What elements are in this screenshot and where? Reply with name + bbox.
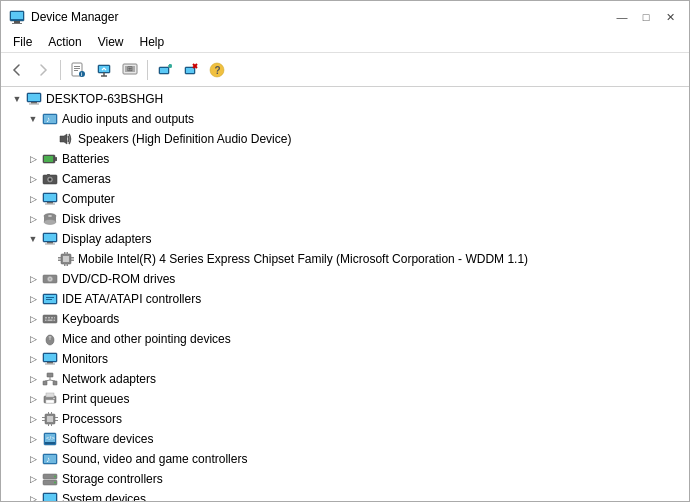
svg-rect-92 — [46, 400, 54, 403]
tree-item-software[interactable]: ▷ </> Software devices — [1, 429, 689, 449]
maximize-button[interactable]: □ — [635, 6, 657, 28]
processor-icon — [42, 411, 58, 427]
expand-print[interactable]: ▷ — [25, 391, 41, 407]
device-tree[interactable]: ▼ DESKTOP-63BSHGH ▼ ♪ — [1, 87, 689, 501]
expand-speakers[interactable]: ▷ — [41, 131, 57, 147]
tree-item-network[interactable]: ▷ Network adapters — [1, 369, 689, 389]
tree-item-batteries[interactable]: ▷ Batteries — [1, 149, 689, 169]
svg-rect-1 — [14, 21, 20, 23]
menu-file[interactable]: File — [5, 33, 40, 51]
svg-rect-68 — [46, 299, 52, 300]
properties-button[interactable]: i — [66, 58, 90, 82]
svg-rect-5 — [74, 66, 80, 67]
svg-rect-67 — [46, 297, 54, 298]
uninstall-button[interactable] — [179, 58, 203, 82]
expand-ide[interactable]: ▷ — [25, 291, 41, 307]
toolbar-separator-1 — [60, 60, 61, 80]
svg-rect-85 — [43, 381, 47, 385]
expand-system[interactable]: ▷ — [25, 491, 41, 501]
tree-item-cameras[interactable]: ▷ Cameras — [1, 169, 689, 189]
tree-item-keyboards[interactable]: ▷ Keyboards — [1, 309, 689, 329]
software-icon: </> — [42, 431, 58, 447]
monitors-label: Monitors — [62, 352, 108, 366]
close-button[interactable]: ✕ — [659, 6, 681, 28]
svg-rect-43 — [45, 204, 55, 205]
tree-item-dvd[interactable]: ▷ DVD/CD-ROM drives — [1, 269, 689, 289]
svg-rect-50 — [47, 242, 53, 244]
scan-hardware-button[interactable]: ⊞ — [118, 58, 142, 82]
expand-mice[interactable]: ▷ — [25, 331, 41, 347]
svg-rect-86 — [53, 381, 57, 385]
expand-cameras[interactable]: ▷ — [25, 171, 41, 187]
sound-label: Sound, video and game controllers — [62, 452, 247, 466]
svg-text:♪: ♪ — [46, 115, 50, 124]
mouse-icon — [42, 331, 58, 347]
network-icon — [42, 371, 58, 387]
expand-dvd[interactable]: ▷ — [25, 271, 41, 287]
help-button[interactable]: ? — [205, 58, 229, 82]
computer-icon — [26, 91, 42, 107]
expand-monitors[interactable]: ▷ — [25, 351, 41, 367]
tree-item-print[interactable]: ▷ Print queues — [1, 389, 689, 409]
svg-rect-56 — [64, 263, 66, 266]
tree-item-system[interactable]: ▷ System devices — [1, 489, 689, 501]
tree-item-ide[interactable]: ▷ IDE ATA/ATAPI controllers — [1, 289, 689, 309]
expand-computer[interactable]: ▷ — [25, 191, 41, 207]
tree-item-mice[interactable]: ▷ Mice and other pointing devices — [1, 329, 689, 349]
tree-root[interactable]: ▼ DESKTOP-63BSHGH — [1, 89, 689, 109]
expand-network[interactable]: ▷ — [25, 371, 41, 387]
expand-disk[interactable]: ▷ — [25, 211, 41, 227]
title-bar: Device Manager — □ ✕ — [1, 1, 689, 31]
expand-keyboards[interactable]: ▷ — [25, 311, 41, 327]
back-button[interactable] — [5, 58, 29, 82]
expand-storage[interactable]: ▷ — [25, 471, 41, 487]
dvd-label: DVD/CD-ROM drives — [62, 272, 175, 286]
expand-software[interactable]: ▷ — [25, 431, 41, 447]
tree-item-processors[interactable]: ▷ Processors — [1, 409, 689, 429]
menu-help[interactable]: Help — [132, 33, 173, 51]
expand-batteries[interactable]: ▷ — [25, 151, 41, 167]
svg-rect-42 — [47, 202, 53, 204]
svg-rect-99 — [51, 423, 52, 426]
expand-processors[interactable]: ▷ — [25, 411, 41, 427]
add-hardware-button[interactable] — [153, 58, 177, 82]
tree-item-storage[interactable]: ▷ Storage controllers — [1, 469, 689, 489]
svg-rect-82 — [47, 362, 53, 364]
svg-rect-28 — [29, 104, 39, 105]
minimize-button[interactable]: — — [611, 6, 633, 28]
tree-item-display[interactable]: ▼ Display adapters — [1, 229, 689, 249]
print-icon — [42, 391, 58, 407]
expand-sound[interactable]: ▷ — [25, 451, 41, 467]
expand-intel[interactable]: ▷ — [41, 251, 57, 267]
keyboard-icon — [42, 311, 58, 327]
expand-audio[interactable]: ▼ — [25, 111, 41, 127]
svg-rect-3 — [11, 12, 23, 19]
chip-icon — [58, 251, 74, 267]
expand-display[interactable]: ▼ — [25, 231, 41, 247]
ide-icon — [42, 291, 58, 307]
menu-action[interactable]: Action — [40, 33, 89, 51]
tree-item-monitors[interactable]: ▷ Monitors — [1, 349, 689, 369]
svg-rect-61 — [71, 260, 74, 262]
expand-root[interactable]: ▼ — [9, 91, 25, 107]
forward-button[interactable] — [31, 58, 55, 82]
device-manager-window: Device Manager — □ ✕ File Action View He… — [0, 0, 690, 502]
storage-label: Storage controllers — [62, 472, 163, 486]
svg-point-64 — [49, 278, 51, 280]
tree-item-computer[interactable]: ▷ Computer — [1, 189, 689, 209]
storage-icon — [42, 471, 58, 487]
tree-item-audio[interactable]: ▼ ♪ Audio inputs and outputs — [1, 109, 689, 129]
toolbar-separator-2 — [147, 60, 148, 80]
tree-item-intel[interactable]: ▷ Mobile Intel(R) 4 Series Express Chips… — [1, 249, 689, 269]
tree-item-speakers[interactable]: ▷ Speakers (High Definition Audio Device… — [1, 129, 689, 149]
menu-bar: File Action View Help — [1, 31, 689, 53]
svg-rect-34 — [55, 157, 57, 161]
tree-item-disk[interactable]: ▷ Disk drives — [1, 209, 689, 229]
menu-view[interactable]: View — [90, 33, 132, 51]
audio-icon: ♪ — [42, 111, 58, 127]
svg-rect-84 — [47, 373, 53, 377]
update-driver-button[interactable] — [92, 58, 116, 82]
svg-rect-2 — [12, 23, 22, 24]
tree-item-sound[interactable]: ▷ ♪ Sound, video and game controllers — [1, 449, 689, 469]
svg-rect-7 — [74, 70, 78, 71]
